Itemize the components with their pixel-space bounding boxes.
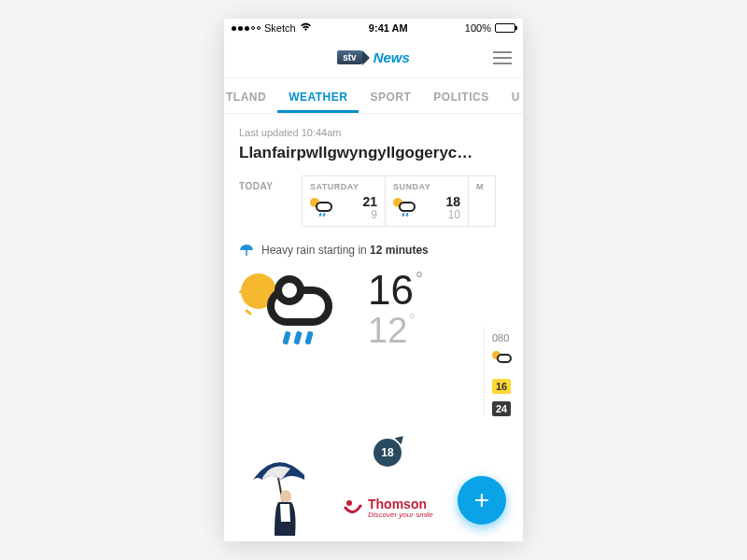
- svg-point-2: [280, 490, 291, 503]
- rain-alert: Heavy rain starting in 12 minutes: [239, 244, 508, 257]
- tab-sport[interactable]: SPORT: [359, 79, 422, 113]
- forecast-strip[interactable]: TODAY SATURDAY 21 9 SUNDA: [239, 175, 508, 227]
- carrier-label: Sketch: [264, 22, 296, 34]
- weather-icon-large: [239, 270, 351, 363]
- tab-uk[interactable]: U: [500, 79, 523, 113]
- logo-badge: stv: [337, 50, 361, 64]
- rain-cloud-icon: [393, 198, 417, 218]
- status-time: 9:41 AM: [369, 22, 408, 34]
- battery-pct: 100%: [465, 22, 491, 34]
- tab-weather[interactable]: WEATHER: [277, 79, 359, 113]
- wifi-icon: [300, 22, 312, 34]
- current-weather: 16° 12°: [239, 270, 508, 363]
- menu-icon[interactable]: [493, 51, 512, 64]
- day-card-sun[interactable]: SUNDAY 18 10: [385, 175, 469, 227]
- add-fab[interactable]: +: [458, 476, 506, 525]
- umbrella-man-image: [239, 452, 323, 536]
- hourly-peek[interactable]: 080 16 24: [484, 327, 523, 416]
- rain-cloud-icon: [492, 351, 516, 371]
- current-temps: 16° 12°: [368, 270, 423, 363]
- day-card-mon[interactable]: M: [468, 175, 496, 227]
- battery-icon: [495, 23, 515, 33]
- tab-politics[interactable]: POLITICS: [422, 79, 500, 113]
- umbrella-icon: [239, 244, 254, 257]
- status-right: 100%: [465, 22, 515, 34]
- tui-smile-icon: [344, 498, 362, 517]
- sponsor-logo: Thomson Discover your smile: [344, 496, 433, 519]
- app-logo[interactable]: stv News: [337, 49, 410, 65]
- app-header: stv News: [224, 37, 523, 78]
- phone-frame: Sketch 9:41 AM 100% stv News TLAND WEATH…: [224, 19, 523, 541]
- tab-scotland[interactable]: TLAND: [224, 79, 277, 113]
- category-tabs: TLAND WEATHER SPORT POLITICS U: [224, 78, 523, 114]
- today-label[interactable]: TODAY: [239, 175, 303, 227]
- day-card-sat[interactable]: SATURDAY 21 9: [302, 175, 386, 227]
- signal-dots-icon: [232, 26, 261, 31]
- last-updated: Last updated 10:44am: [239, 127, 508, 138]
- svg-point-3: [346, 500, 352, 506]
- status-left: Sketch: [232, 22, 312, 34]
- status-bar: Sketch 9:41 AM 100%: [224, 19, 523, 37]
- rain-cloud-icon: [310, 198, 334, 218]
- logo-text: News: [374, 49, 410, 65]
- location-name[interactable]: Llanfairpwllgwyngyllgogeryc…: [239, 144, 508, 162]
